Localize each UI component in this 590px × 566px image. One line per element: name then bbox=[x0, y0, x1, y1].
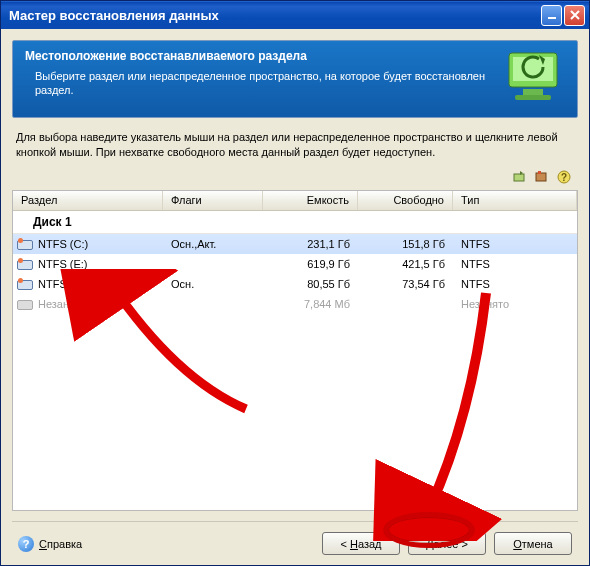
banner-description: Выберите раздел или нераспределенное про… bbox=[25, 69, 487, 97]
table-row[interactable]: NTFS (E:)619,9 Гб421,5 ГбNTFS bbox=[13, 254, 577, 274]
partition-flags bbox=[163, 302, 263, 306]
col-capacity[interactable]: Емкость bbox=[263, 191, 358, 210]
partition-free: 421,5 Гб bbox=[358, 256, 453, 272]
button-bar: ? Справка < Назад Далее > Отмена bbox=[12, 521, 578, 565]
partition-capacity: 619,9 Гб bbox=[263, 256, 358, 272]
drive-icon bbox=[17, 298, 33, 310]
partition-type: NTFS bbox=[453, 256, 577, 272]
help-icon[interactable]: ? bbox=[556, 169, 572, 185]
table-toolbar: ? bbox=[12, 168, 578, 190]
partition-flags: Осн. bbox=[163, 276, 263, 292]
partition-table: Раздел Флаги Емкость Свободно Тип Диск 1… bbox=[12, 190, 578, 511]
partition-name: NTFS (C:) bbox=[38, 238, 88, 250]
partition-free: 151,8 Гб bbox=[358, 236, 453, 252]
title-bar: Мастер восстановления данных bbox=[1, 1, 589, 29]
table-row[interactable]: NTFS (C:)Осн.,Акт.231,1 Гб151,8 ГбNTFS bbox=[13, 234, 577, 254]
partition-capacity: 80,55 Гб bbox=[263, 276, 358, 292]
svg-rect-5 bbox=[514, 174, 524, 181]
svg-text:?: ? bbox=[561, 172, 567, 183]
disk-group[interactable]: Диск 1 bbox=[13, 211, 577, 234]
svg-rect-0 bbox=[548, 17, 556, 19]
help-label-u: С bbox=[39, 538, 47, 550]
partition-free: 73,54 Гб bbox=[358, 276, 453, 292]
table-row[interactable]: NTFS (M:)Осн.80,55 Гб73,54 ГбNTFS bbox=[13, 274, 577, 294]
partition-flags: Осн.,Акт. bbox=[163, 236, 263, 252]
instructions-text: Для выбора наведите указатель мыши на ра… bbox=[12, 118, 578, 168]
wizard-banner: Местоположение восстанавливаемого раздел… bbox=[12, 40, 578, 118]
drive-icon bbox=[17, 258, 33, 270]
col-partition[interactable]: Раздел bbox=[13, 191, 163, 210]
wizard-window: Мастер восстановления данных Местоположе… bbox=[0, 0, 590, 566]
svg-rect-3 bbox=[523, 89, 543, 95]
partition-free bbox=[358, 302, 453, 306]
partition-name: Незанято bbox=[38, 298, 86, 310]
col-free[interactable]: Свободно bbox=[358, 191, 453, 210]
table-row: Незанято7,844 МбНезанято bbox=[13, 294, 577, 314]
drive-icon bbox=[17, 278, 33, 290]
partition-name: NTFS (M:) bbox=[38, 278, 89, 290]
partition-type: Незанято bbox=[453, 296, 577, 312]
partition-capacity: 7,844 Мб bbox=[263, 296, 358, 312]
partition-type: NTFS bbox=[453, 236, 577, 252]
monitor-icon bbox=[499, 47, 571, 107]
refresh-icon[interactable] bbox=[512, 169, 528, 185]
partition-name: NTFS (E:) bbox=[38, 258, 88, 270]
next-button[interactable]: Далее > bbox=[408, 532, 486, 555]
partition-capacity: 231,1 Гб bbox=[263, 236, 358, 252]
partition-flags bbox=[163, 262, 263, 266]
close-button[interactable] bbox=[564, 5, 585, 26]
svg-rect-4 bbox=[515, 95, 551, 100]
question-icon: ? bbox=[18, 536, 34, 552]
back-button[interactable]: < Назад bbox=[322, 532, 400, 555]
drive-icon bbox=[17, 238, 33, 250]
help-label-rest: правка bbox=[47, 538, 82, 550]
svg-rect-6 bbox=[536, 173, 546, 181]
properties-icon[interactable] bbox=[534, 169, 550, 185]
partition-type: NTFS bbox=[453, 276, 577, 292]
table-header: Раздел Флаги Емкость Свободно Тип bbox=[13, 191, 577, 211]
banner-title: Местоположение восстанавливаемого раздел… bbox=[25, 49, 487, 63]
cancel-button[interactable]: Отмена bbox=[494, 532, 572, 555]
minimize-button[interactable] bbox=[541, 5, 562, 26]
window-title: Мастер восстановления данных bbox=[9, 8, 219, 23]
col-type[interactable]: Тип bbox=[453, 191, 577, 210]
svg-rect-7 bbox=[538, 171, 541, 174]
col-flags[interactable]: Флаги bbox=[163, 191, 263, 210]
help-link[interactable]: ? Справка bbox=[18, 536, 82, 552]
